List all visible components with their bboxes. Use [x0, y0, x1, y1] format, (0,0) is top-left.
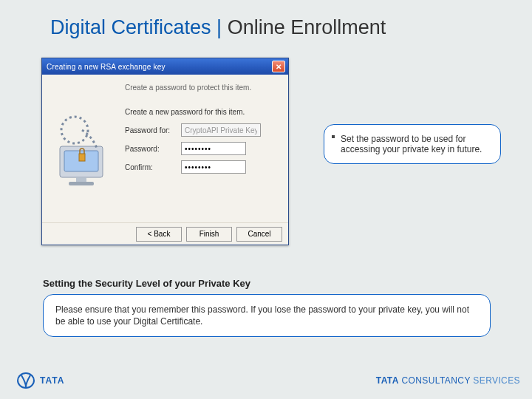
tata-logo: TATA: [16, 372, 64, 389]
finish-button[interactable]: Finish: [186, 227, 232, 242]
label-confirm: Confirm:: [125, 163, 181, 171]
page-title: Digital Certificates | Online Enrollment: [50, 16, 386, 39]
label-password: Password:: [125, 145, 181, 153]
warning-text: Please ensure that you remember this pas…: [55, 304, 469, 327]
warning-callout: Please ensure that you remember this pas…: [43, 294, 491, 337]
tata-logo-text: TATA: [40, 375, 64, 386]
tcs-mid: CONSULTANCY: [399, 375, 474, 386]
title-rest: Online Enrollment: [228, 16, 386, 38]
rsa-key-dialog: Creating a new RSA exchange key ✕ Create…: [41, 58, 289, 245]
instruction-callout: Set the password to be used for accessin…: [324, 124, 501, 164]
dialog-titlebar: Creating a new RSA exchange key ✕: [42, 58, 288, 75]
dialog-button-row: < Back Finish Cancel: [42, 222, 288, 245]
tcs-light: SERVICES: [473, 375, 520, 386]
close-icon[interactable]: ✕: [272, 61, 285, 72]
password-for-field[interactable]: [181, 123, 261, 137]
title-separator: |: [216, 16, 222, 38]
label-password-for: Password for:: [125, 126, 181, 134]
dialog-form: Create a password to protect this item. …: [122, 75, 288, 222]
instruction-text: Set the password to be used for accessin…: [341, 134, 482, 154]
footer: TATA TATA CONSULTANCY SERVICES: [16, 372, 520, 389]
tata-mark-icon: [16, 372, 35, 389]
dialog-intro: Create a password to protect this item.: [125, 83, 278, 92]
tcs-bold: TATA: [376, 375, 399, 386]
tcs-logo: TATA CONSULTANCY SERVICES: [376, 375, 520, 386]
dialog-subintro: Create a new password for this item.: [125, 108, 278, 116]
svg-rect-5: [79, 154, 85, 161]
security-icon: [42, 75, 122, 222]
svg-rect-3: [69, 182, 94, 185]
section-subheading: Setting the Security Level of your Priva…: [43, 278, 250, 289]
dialog-title: Creating a new RSA exchange key: [45, 63, 272, 71]
title-blue: Digital Certificates: [50, 16, 211, 38]
back-button[interactable]: < Back: [136, 227, 182, 242]
bullet-icon: [332, 135, 335, 138]
svg-rect-2: [76, 177, 86, 182]
password-field[interactable]: [181, 142, 246, 155]
confirm-field[interactable]: [181, 160, 246, 174]
cancel-button[interactable]: Cancel: [236, 227, 282, 242]
